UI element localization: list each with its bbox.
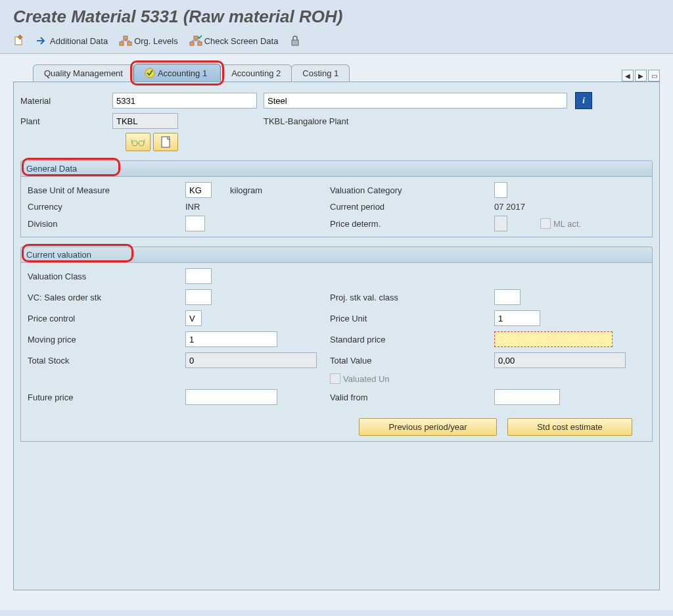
mlact-checkbox [540, 218, 551, 229]
current-valuation-title: Current valuation [26, 250, 91, 260]
futureprice-field[interactable] [185, 389, 277, 405]
validfrom-field[interactable] [494, 389, 560, 405]
curperiod-value: 07 2017 [494, 202, 632, 212]
other-material-icon-button[interactable] [13, 35, 25, 47]
tab-quality-management[interactable]: Quality Management [33, 64, 134, 82]
totalstock-label: Total Stock [28, 356, 185, 366]
svg-rect-9 [292, 40, 298, 45]
totalstock-field [185, 352, 317, 368]
vcsales-label: VC: Sales order stk [28, 293, 185, 302]
additional-data-button[interactable]: Additional Data [37, 36, 108, 46]
projstk-field[interactable] [494, 289, 521, 305]
plant-desc: TKBL-Bangalore Plant [264, 116, 348, 126]
currency-label: Currency [28, 202, 185, 212]
plant-field [112, 113, 178, 129]
org-levels-button[interactable]: Org. Levels [120, 36, 177, 46]
svg-rect-5 [128, 42, 131, 45]
pricedet-field [494, 216, 507, 231]
currency-value: INR [185, 202, 225, 212]
additional-data-label: Additional Data [50, 36, 108, 46]
valclass-label: Valuation Class [28, 272, 185, 281]
check-active-icon [145, 68, 155, 78]
info-icon: i [582, 95, 585, 106]
svg-rect-4 [120, 42, 124, 45]
general-data-header: General Data [20, 160, 653, 177]
stdprice-field[interactable] [494, 331, 613, 347]
priceunit-field[interactable] [494, 310, 540, 326]
previous-period-button[interactable]: Previous period/year [359, 418, 497, 436]
material-field[interactable] [112, 93, 257, 108]
valcat-field[interactable] [494, 182, 507, 198]
document-icon [160, 136, 171, 148]
std-cost-estimate-button[interactable]: Std cost estimate [507, 418, 632, 436]
valcat-label: Valuation Category [330, 185, 494, 195]
buom-field[interactable] [185, 182, 212, 198]
pricedet-label: Price determ. [330, 219, 494, 229]
svg-rect-3 [124, 36, 128, 39]
projstk-label: Proj. stk val. class [330, 293, 494, 302]
page-title: Create Material 5331 (Raw material ROH) [13, 7, 660, 27]
tab-scroll-left-icon[interactable]: ◀ [622, 70, 634, 82]
pricecontrol-field[interactable] [185, 310, 202, 326]
tab-list-icon[interactable]: ▭ [648, 70, 660, 82]
lock-button[interactable] [290, 36, 300, 46]
division-field[interactable] [185, 216, 205, 231]
check-screen-data-button[interactable]: Check Screen Data [190, 36, 279, 46]
check-screen-data-label: Check Screen Data [204, 36, 279, 46]
toolbar: Additional Data Org. Levels Check Screen… [0, 32, 673, 53]
movingprice-field[interactable] [185, 331, 277, 347]
check-hierarchy-icon [190, 36, 202, 45]
buom-label: Base Unit of Measure [28, 185, 185, 195]
lock-icon [290, 36, 300, 46]
general-data-title: General Data [26, 164, 77, 174]
plus-document-icon [13, 35, 25, 47]
tab-costing-1[interactable]: Costing 1 [291, 64, 350, 82]
svg-rect-2 [18, 36, 22, 38]
mlact-label: ML act. [553, 219, 581, 229]
pricecontrol-label: Price control [28, 314, 185, 323]
priceunit-label: Price Unit [330, 314, 494, 323]
totalvalue-field [494, 352, 626, 368]
svg-rect-7 [190, 42, 194, 45]
division-label: Division [28, 219, 185, 229]
tab-accounting-1[interactable]: Accounting 1 [133, 64, 221, 82]
buom-desc: kilogram [225, 185, 330, 195]
valclass-field[interactable] [185, 268, 212, 284]
svg-rect-8 [198, 42, 202, 45]
tab-accounting-2[interactable]: Accounting 2 [220, 64, 292, 82]
material-label: Material [20, 96, 112, 106]
svg-rect-6 [194, 36, 198, 39]
totalvalue-label: Total Value [330, 356, 494, 366]
vcsales-field[interactable] [185, 289, 212, 305]
arrow-right-icon [37, 36, 47, 45]
svg-point-12 [139, 141, 144, 146]
glasses-icon [131, 137, 145, 147]
tab-scroll-right-icon[interactable]: ▶ [635, 70, 647, 82]
futureprice-label: Future price [28, 392, 185, 402]
material-desc-field[interactable] [264, 93, 567, 108]
curperiod-label: Current period [330, 202, 494, 212]
movingprice-label: Moving price [28, 335, 185, 344]
current-valuation-header: Current valuation [20, 247, 653, 263]
svg-point-11 [132, 141, 137, 146]
stdprice-label: Standard price [330, 335, 494, 344]
view-button[interactable] [126, 133, 151, 151]
hierarchy-icon [120, 36, 131, 45]
tab-accounting-1-label: Accounting 1 [158, 68, 207, 78]
info-button[interactable]: i [575, 92, 592, 109]
plant-label: Plant [20, 116, 112, 126]
valuatedun-label: Valuated Un [343, 374, 390, 384]
valuatedun-checkbox [330, 373, 340, 384]
validfrom-label: Valid from [330, 392, 494, 402]
org-levels-label: Org. Levels [134, 36, 177, 46]
create-button[interactable] [153, 133, 178, 151]
